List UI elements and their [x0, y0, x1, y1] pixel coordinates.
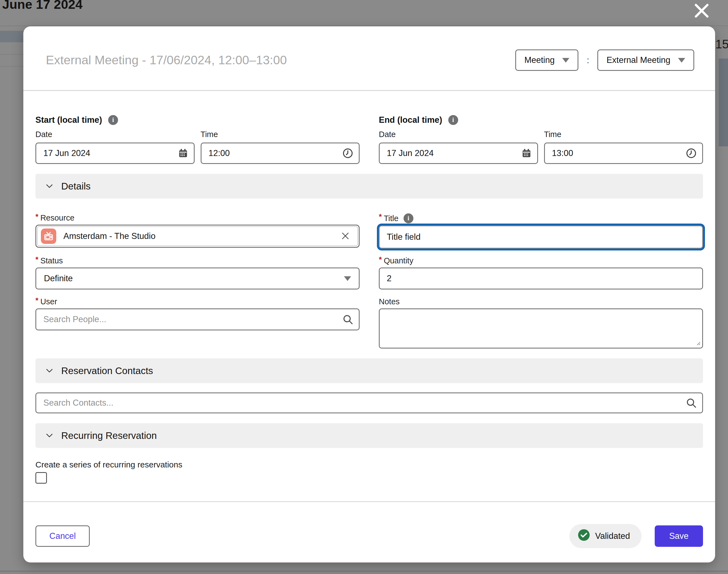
resource-label: Resource: [40, 213, 74, 222]
calendar-date-heading: June 17 2024: [2, 0, 83, 12]
chevron-down-icon: [678, 58, 685, 63]
required-marker: *: [35, 213, 38, 220]
calendar-selected-row: [0, 31, 24, 42]
reservation-modal: External Meeting - 17/06/2024, 12:00–13:…: [23, 26, 715, 563]
required-marker: *: [379, 256, 382, 263]
recurring-checkbox[interactable]: [35, 472, 47, 484]
recurring-checkbox-label: Create a series of recurring reservation…: [35, 460, 703, 469]
check-circle-icon: [577, 529, 590, 543]
start-time-label: Time: [201, 130, 360, 139]
subtype-dropdown-label: External Meeting: [606, 55, 670, 65]
calendar-day-number: 15: [715, 37, 728, 51]
end-date-input[interactable]: [379, 142, 538, 164]
modal-body: Start (local time) i Date: [23, 115, 715, 484]
contacts-search-wrap: [35, 393, 703, 413]
modal-title: External Meeting - 17/06/2024, 12:00–13:…: [46, 53, 287, 67]
user-search-input[interactable]: [35, 309, 359, 330]
required-marker: *: [35, 297, 38, 304]
clock-icon: [342, 148, 353, 159]
info-icon[interactable]: i: [403, 213, 414, 223]
calendar-grid-line: [0, 54, 24, 55]
required-marker: *: [379, 213, 382, 220]
calendar-icon: [178, 148, 188, 159]
section-reservation-contacts-label: Reservation Contacts: [61, 365, 153, 376]
section-details-label: Details: [61, 181, 91, 192]
clear-resource-button[interactable]: [339, 230, 351, 243]
status-quantity-row: * Status Definite * Quantity: [35, 249, 703, 289]
quantity-input[interactable]: [379, 268, 703, 289]
modal-close-button[interactable]: [692, 2, 712, 20]
calendar-grid-line: [0, 66, 24, 67]
user-notes-row: * User Notes: [35, 289, 703, 350]
resize-grip-icon[interactable]: [695, 340, 701, 347]
start-end-row: Start (local time) i Date: [35, 115, 703, 164]
end-time-input[interactable]: [544, 142, 703, 164]
chevron-down-icon: [562, 58, 569, 63]
resource-title-row: * Resource: [35, 199, 703, 249]
category-dropdown[interactable]: Meeting: [515, 49, 579, 71]
resource-field[interactable]: Amsterdam - The Studio: [35, 224, 359, 248]
quantity-label: Quantity: [384, 256, 414, 265]
cancel-button[interactable]: Cancel: [35, 525, 90, 547]
chevron-down-icon: [45, 181, 54, 192]
save-button[interactable]: Save: [655, 525, 703, 547]
calendar-icon: [521, 148, 532, 159]
chevron-down-icon: [344, 276, 351, 281]
start-date-input[interactable]: [35, 142, 195, 164]
user-label: User: [40, 297, 57, 306]
chevron-down-icon: [45, 366, 54, 376]
search-icon: [342, 314, 353, 325]
clock-icon: [685, 148, 697, 159]
start-time-input[interactable]: [201, 142, 360, 164]
calendar-footer-strip: [0, 572, 728, 574]
validated-badge: Validated: [569, 524, 642, 548]
start-date-label: Date: [35, 130, 195, 139]
resource-value: Amsterdam - The Studio: [63, 231, 332, 241]
section-recurring-reservation-label: Recurring Reservation: [61, 430, 157, 441]
notes-label: Notes: [379, 297, 400, 306]
status-label: Status: [40, 256, 63, 265]
section-details[interactable]: Details: [35, 174, 703, 199]
start-group: Start (local time) i Date: [35, 115, 359, 164]
end-date-label: Date: [379, 130, 538, 139]
modal-footer: Cancel Validated Save: [23, 502, 715, 548]
section-recurring-reservation[interactable]: Recurring Reservation: [35, 423, 703, 448]
notes-textarea[interactable]: [379, 309, 703, 348]
tv-icon: [41, 229, 56, 244]
subtype-dropdown[interactable]: External Meeting: [597, 49, 694, 71]
category-dropdown-label: Meeting: [524, 55, 555, 65]
title-input[interactable]: [379, 226, 703, 249]
modal-header: External Meeting - 17/06/2024, 12:00–13:…: [23, 26, 715, 90]
chevron-down-icon: [45, 430, 54, 441]
status-select[interactable]: Definite: [35, 268, 359, 289]
info-icon[interactable]: i: [108, 115, 118, 125]
header-divider: [23, 90, 715, 91]
required-marker: *: [35, 256, 38, 263]
start-label: Start (local time): [35, 115, 102, 125]
calendar-grid-line: [0, 26, 728, 26]
info-icon[interactable]: i: [448, 115, 458, 125]
type-separator: :: [587, 55, 589, 65]
search-icon: [685, 397, 697, 409]
section-reservation-contacts[interactable]: Reservation Contacts: [35, 358, 703, 383]
validated-label: Validated: [595, 531, 630, 541]
status-value: Definite: [44, 274, 73, 283]
calendar-event-block: [719, 58, 728, 147]
contacts-search-input[interactable]: [35, 393, 703, 413]
reservation-type-selects: Meeting : External Meeting: [515, 49, 694, 71]
end-time-label: Time: [544, 130, 703, 139]
end-label: End (local time): [379, 115, 442, 125]
clear-icon: [340, 231, 350, 242]
close-icon: [693, 16, 710, 20]
end-group: End (local time) i Date: [379, 115, 703, 164]
title-label: Title: [384, 214, 398, 223]
